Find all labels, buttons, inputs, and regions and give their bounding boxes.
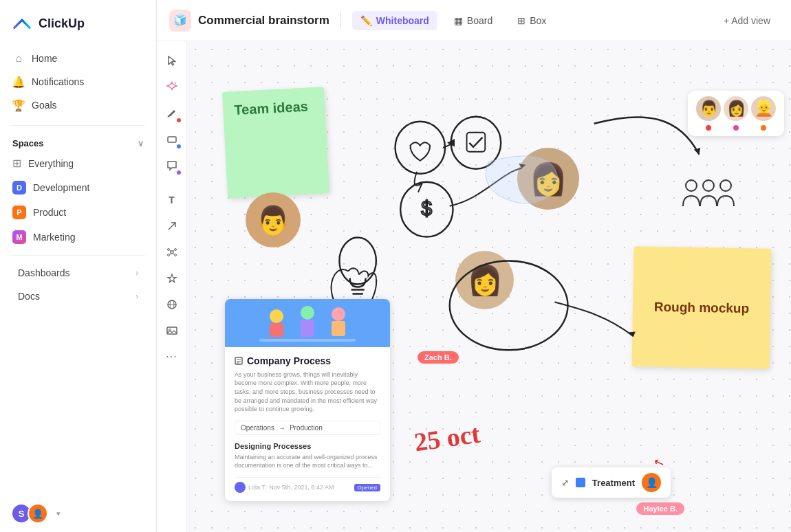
topbar-right: + Add view: [715, 11, 779, 30]
tool-cursor[interactable]: [160, 49, 184, 73]
cluster-avatar-1: 👨: [696, 96, 721, 121]
tab-box[interactable]: ⊞ Box: [509, 11, 554, 30]
svg-point-19: [686, 180, 697, 191]
svg-point-25: [400, 182, 453, 237]
doc-card-title: Company Process: [235, 355, 380, 366]
spaces-header[interactable]: Spaces ∨: [0, 131, 156, 151]
tool-star[interactable]: [160, 267, 184, 290]
svg-point-40: [332, 307, 345, 321]
add-view-button[interactable]: + Add view: [715, 11, 779, 30]
svg-point-22: [396, 122, 446, 174]
tool-comment[interactable]: [160, 154, 184, 177]
svg-point-36: [270, 309, 283, 323]
whiteboard-canvas[interactable]: 👨 👩 👱 Team ideas Rough mockup: [187, 41, 791, 532]
comment-active-dot: [177, 170, 181, 175]
person-photo-3: 👩: [455, 251, 514, 309]
svg-point-8: [174, 254, 176, 256]
svg-rect-41: [332, 321, 345, 336]
doc-card-section-text: Maintaining an accurate and well-organiz…: [235, 453, 380, 470]
tab-whiteboard[interactable]: ✏️ Whiteboard: [352, 11, 437, 30]
grid-icon: ⊞: [12, 157, 21, 170]
doc-card-header: [225, 299, 390, 347]
avatar-2-indicator: [733, 125, 739, 131]
image-tool-icon: [166, 325, 177, 336]
person-photo-1: 👨: [246, 192, 301, 247]
logo-text: ClickUp: [39, 16, 85, 31]
svg-line-11: [169, 254, 171, 255]
sticky-note-green[interactable]: Team ideas: [222, 87, 329, 199]
treatment-photo: 👤: [642, 473, 661, 492]
sidebar-item-notifications[interactable]: 🔔 Notifications: [6, 70, 151, 93]
cluster-avatar-2: 👩: [724, 96, 748, 121]
tab-board[interactable]: ▦ Board: [446, 11, 501, 30]
page-title: Commercial brainstorm: [198, 14, 329, 27]
sidebar-item-marketing[interactable]: M Marketing: [6, 225, 151, 249]
svg-line-3: [169, 223, 175, 230]
clickup-logo-icon: [11, 12, 33, 34]
tool-globe[interactable]: [160, 293, 184, 316]
sidebar-item-docs[interactable]: Docs ›: [6, 285, 151, 307]
development-dot: D: [12, 181, 26, 195]
dashboards-chevron-icon: ›: [136, 268, 138, 278]
cursor-tool-icon: [166, 56, 177, 67]
svg-point-4: [171, 251, 173, 254]
person-photo-2: 👩: [517, 148, 579, 210]
comment-tool-icon: [166, 160, 177, 171]
sidebar-item-development[interactable]: D Development: [6, 176, 151, 199]
doc-card-text: As your business grows, things will inev…: [235, 370, 380, 414]
sidebar-item-goals[interactable]: 🏆 Goals: [6, 93, 151, 117]
tool-network[interactable]: [160, 241, 184, 264]
tool-rectangle[interactable]: [160, 128, 184, 151]
sticky-note-yellow[interactable]: Rough mockup: [631, 246, 771, 368]
add-view-label: + Add view: [724, 15, 770, 26]
trophy-icon: 🏆: [12, 99, 25, 111]
doc-card-footer: Lola T. Nov 5th, 2021, 6:42 AM Opened: [235, 477, 380, 493]
board-tab-icon: ▦: [454, 15, 463, 26]
avatar-cluster: 👨 👩 👱: [688, 91, 784, 136]
title-area: 🧊 Commercial brainstorm: [169, 10, 329, 32]
globe-tool-icon: [166, 299, 177, 310]
sidebar-item-everything[interactable]: ⊞ Everything: [6, 152, 151, 175]
rectangle-tool-icon: [166, 134, 177, 145]
svg-point-5: [167, 249, 169, 251]
sidebar-nav: ⌂ Home 🔔 Notifications 🏆 Goals: [0, 44, 156, 120]
tool-arrow[interactable]: [160, 214, 184, 238]
doc-card[interactable]: Company Process As your business grows, …: [225, 299, 390, 501]
tool-sparkle[interactable]: [160, 76, 184, 99]
tool-text[interactable]: T: [160, 188, 184, 212]
svg-point-38: [301, 306, 314, 320]
svg-point-27: [339, 238, 376, 285]
svg-marker-13: [168, 274, 176, 282]
treatment-color-icon: [576, 478, 585, 487]
marketing-dot: M: [12, 230, 26, 244]
logo-area[interactable]: ClickUp: [0, 0, 156, 44]
home-icon: ⌂: [12, 52, 25, 65]
tool-image[interactable]: [160, 319, 184, 342]
treatment-card[interactable]: ⤢ Treatment 👤: [552, 467, 671, 498]
topbar: 🧊 Commercial brainstorm ✏️ Whiteboard ▦ …: [157, 0, 791, 41]
divider-2: [11, 255, 145, 256]
svg-rect-2: [168, 137, 176, 142]
main-area: 🧊 Commercial brainstorm ✏️ Whiteboard ▦ …: [157, 0, 791, 532]
tool-pen[interactable]: [160, 102, 184, 125]
move-icon: ⤢: [561, 478, 569, 488]
date-annotation: 25 oct: [412, 419, 481, 458]
sidebar-item-dashboards[interactable]: Dashboards ›: [6, 262, 151, 284]
star-tool-icon: [166, 273, 177, 284]
svg-line-30: [418, 184, 422, 192]
arrow-tool-icon: [166, 221, 177, 232]
sidebar-item-home[interactable]: ⌂ Home: [6, 47, 151, 70]
doc-author-avatar: [235, 482, 246, 493]
user-footer[interactable]: S 👤 ▾: [0, 495, 156, 532]
topbar-divider: [340, 12, 341, 29]
rectangle-active-dot: [177, 144, 181, 148]
user-chevron-icon: ▾: [56, 509, 61, 518]
tool-more[interactable]: ···: [160, 345, 184, 368]
sidebar: ClickUp ⌂ Home 🔔 Notifications 🏆 Goals S…: [0, 0, 157, 532]
haylee-badge: Haylee B.: [636, 502, 684, 515]
sidebar-item-product[interactable]: P Product: [6, 201, 151, 224]
avatar-3-indicator: [761, 125, 766, 131]
zach-badge: Zach B.: [418, 351, 459, 364]
title-icon: 🧊: [169, 10, 191, 32]
group-people-svg: [681, 175, 736, 217]
